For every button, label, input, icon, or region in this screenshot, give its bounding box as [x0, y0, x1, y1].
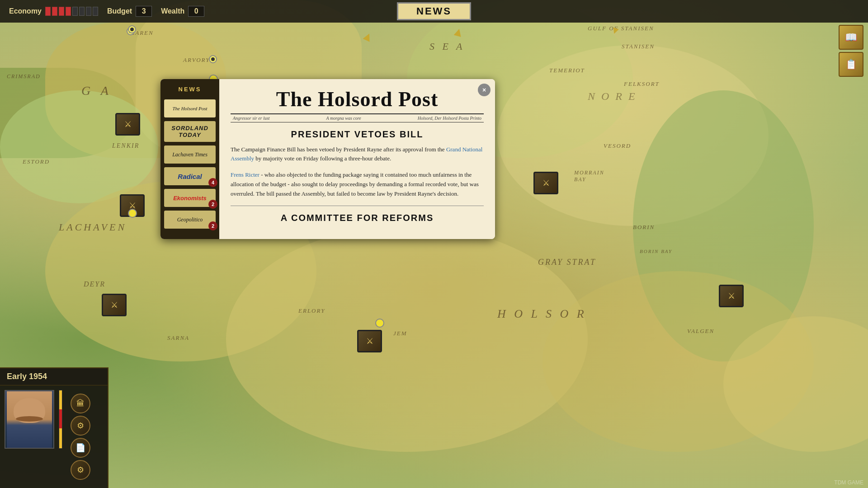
side-icons: 🏛 ⚙ 📄 ⚙	[67, 390, 94, 483]
tab-holsord[interactable]: The Holsord Post	[164, 99, 216, 117]
tab-sordland[interactable]: SORDLAND TODAY	[164, 121, 216, 142]
building-icon-btn[interactable]: 🏛	[71, 394, 90, 413]
tab-geopolitico-badge: 2	[208, 221, 217, 230]
bar-8	[93, 7, 98, 16]
news-sidebar: NEWS The Holsord Post SORDLAND TODAY Lac…	[160, 79, 219, 239]
map-unit-4: ⚔	[357, 330, 382, 352]
tab-lachaven[interactable]: Lachaven Times	[164, 145, 216, 164]
subtitle-left: Angressor sir er lust	[233, 116, 270, 121]
economy-bars	[45, 7, 98, 16]
article-headline-2: A COMMITTEE FOR REFORMS	[231, 213, 484, 223]
body-2-after: - who also objected to the funding packa…	[231, 171, 479, 197]
economy-stat: Economy	[9, 7, 98, 16]
top-right-panel: 📖 📋	[839, 25, 863, 77]
body-2-link[interactable]: Frens Ricter	[231, 171, 259, 178]
avatar	[5, 390, 54, 449]
network-icon-btn[interactable]: ⚙	[71, 416, 90, 436]
map-marker-3	[375, 319, 384, 328]
map-terrain	[0, 0, 868, 488]
tab-radical-label: Radical	[178, 173, 202, 180]
avatar-face	[7, 391, 52, 448]
budget-label: Budget	[107, 7, 132, 15]
economy-label: Economy	[9, 7, 42, 15]
map-unit-1: ⚔	[115, 113, 140, 136]
subtitle-center: A morgna was core	[326, 116, 361, 121]
book-button[interactable]: 📖	[839, 25, 863, 50]
city-marker-arvory	[209, 55, 217, 63]
map-background: LACHAVEN DEYR G A Lenkir Arvory Estord S…	[0, 0, 868, 488]
bar-1	[45, 7, 51, 16]
tab-geopolitico-label: Geopolitico	[177, 216, 203, 223]
map-unit-5: ⚔	[533, 172, 558, 194]
date-text: Early 1954	[7, 372, 47, 381]
body-1-before: The Campaign Finance Bill has been vetoe…	[231, 146, 446, 153]
bar-3	[59, 7, 64, 16]
newspaper-title: The Holsord Post	[231, 88, 484, 111]
map-unit-3: ⚔	[102, 294, 127, 316]
tab-ekonomists[interactable]: Ekonomists 2	[164, 189, 216, 207]
tab-holsord-label: The Holsord Post	[172, 106, 207, 111]
budget-value: 3	[136, 6, 152, 17]
news-content: × The Holsord Post Angressor sir er lust…	[219, 79, 495, 239]
wealth-label: Wealth	[161, 7, 184, 15]
map-marker-1	[128, 209, 137, 218]
article-body-2: Frens Ricter - who also objected to the …	[231, 170, 484, 198]
list-icon-btn[interactable]: 📄	[71, 438, 90, 458]
subtitle-right: Holsord, Der Holsord Posta Printo	[418, 116, 481, 121]
tab-sordland-label: SORDLAND TODAY	[166, 125, 213, 138]
bar-6	[79, 7, 85, 16]
top-bar: Economy Budget 3 Wealth 0 NEWS	[0, 0, 868, 23]
body-1-after: by majority vote on Friday following a t…	[254, 155, 391, 162]
tab-ekonomists-label: Ekonomists	[173, 195, 207, 202]
bottom-left-panel: Early 1954 🏛 ⚙ 📄 ⚙	[0, 367, 108, 488]
avatar-section: 🏛 ⚙ 📄 ⚙	[0, 385, 108, 488]
clipboard-button[interactable]: 📋	[839, 52, 863, 77]
budget-stat: Budget 3	[107, 6, 152, 17]
wealth-value: 0	[188, 6, 204, 17]
bar-2	[52, 7, 57, 16]
bar-7	[86, 7, 91, 16]
newspaper-subtitle-bar: Angressor sir er lust A morgna was core …	[231, 113, 484, 122]
tab-ekonomists-badge: 2	[208, 200, 217, 209]
gear-icon-btn[interactable]: ⚙	[71, 460, 90, 480]
tab-geopolitico[interactable]: Geopolitico 2	[164, 211, 216, 229]
bar-4	[66, 7, 71, 16]
close-button[interactable]: ×	[478, 84, 491, 96]
date-display: Early 1954	[0, 368, 108, 385]
news-header-button[interactable]: NEWS	[397, 2, 471, 20]
wealth-stat: Wealth 0	[161, 6, 204, 17]
news-sidebar-title: NEWS	[164, 86, 216, 93]
bar-5	[72, 7, 78, 16]
tab-radical-badge: 4	[208, 178, 217, 187]
city-marker-2	[128, 25, 136, 33]
article-divider	[231, 206, 484, 206]
watermark: TDM GAME	[834, 479, 863, 486]
article-body-1: The Campaign Finance Bill has been vetoe…	[231, 145, 484, 164]
article-headline-1: PRESIDENT VETOES BILL	[231, 129, 484, 140]
tab-lachaven-label: Lachaven Times	[172, 151, 208, 158]
flag-strip	[59, 390, 62, 449]
tab-radical[interactable]: Radical 4	[164, 167, 216, 185]
map-unit-6: ⚔	[719, 285, 744, 307]
news-panel: NEWS The Holsord Post SORDLAND TODAY Lac…	[160, 79, 495, 239]
